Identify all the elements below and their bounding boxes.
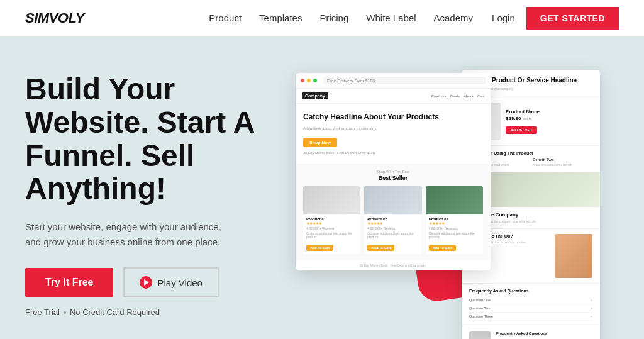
hero-note: Free Trial No Credit Card Required (25, 308, 296, 317)
hero-content-left: Build Your Website. Start A Funnel. Sell… (25, 67, 296, 317)
mockup2-product-details: Product Name $29.90 each Add To Cart (506, 109, 592, 134)
product-stars-1: ★★★★★ (306, 221, 357, 225)
dot-green (313, 79, 317, 82)
mockup2-product-price: $29.90 each (506, 116, 592, 121)
free-trial-label: Free Trial (25, 308, 60, 317)
price-value: $29.90 (506, 116, 521, 121)
nav-item-product[interactable]: Product (209, 13, 242, 23)
url-text: Free Delivery Over $100 (327, 79, 375, 83)
product-desc-3: 4.82 (200+ Reviews) (429, 226, 480, 230)
faq-q-2: Question Two (469, 306, 491, 310)
mockup-nav-deals: Deals (450, 94, 460, 98)
mockup-product-1: Product #1 ★★★★★ 4.82 (200+ Reviews) Opt… (303, 186, 360, 254)
mockup-nav-links: Products Deals About Cart (431, 94, 484, 98)
navbar: SIMVOLY Product Templates Pricing White … (0, 0, 644, 36)
mockup-footer: 30 Day Money Back · Free Delivery Guaran… (296, 260, 491, 270)
mockup-guarantee-text: 30 Day Money Back · Free Delivery Over $… (303, 151, 483, 155)
mockup2-faq-item-3: Question Three + (469, 313, 592, 321)
bottle-faq-title: Frequently Asked Questions (496, 331, 592, 335)
mockup2-add-btn: Add To Cart (506, 126, 537, 134)
product-btn-2: Add To Cart (367, 245, 394, 251)
price-label: each (523, 117, 531, 121)
logo-italic: V (49, 10, 58, 26)
product-image-3 (426, 186, 483, 214)
product-additional-3: Optional additional text about the produ… (429, 231, 480, 239)
product-btn-3: Add To Cart (429, 245, 456, 251)
mockup-hero-sub: A few lines about your products or compa… (303, 126, 483, 130)
benefit-text-2: A few lines about this benefit (533, 163, 592, 167)
nav-item-academy[interactable]: Academy (434, 13, 474, 23)
dot-red (301, 79, 304, 82)
nav-item-templates[interactable]: Templates (259, 13, 302, 23)
faq-chevron-3: + (591, 314, 592, 318)
mockup-products-grid: Product #1 ★★★★★ 4.82 (200+ Reviews) Opt… (303, 186, 483, 254)
hero-headline: Build Your Website. Start A Funnel. Sell… (25, 73, 296, 206)
product-additional-1: Optional additional text about the produ… (306, 231, 357, 239)
mockup-url-bar: Free Delivery Over $100 (323, 77, 486, 84)
mockup2-benefit-2: Benefit Two A few lines about this benef… (533, 158, 592, 167)
mockup2-person-image (555, 234, 592, 278)
hero-buttons: Try It Free Play Video (25, 267, 296, 297)
play-icon (140, 276, 152, 289)
mockup-hero-title: Catchy Headline About Your Products (303, 113, 483, 123)
mockup-nav-about: About (464, 94, 474, 98)
mockup-shop-btn: Shop Now (303, 138, 337, 147)
mockup-product-3: Product #3 ★★★★★ 4.82 (200+ Reviews) Opt… (426, 186, 483, 254)
mockup2-faq-title: Frequently Asked Questions (469, 289, 592, 293)
hero-section: Build Your Website. Start A Funnel. Sell… (0, 36, 644, 339)
mockup2-faq-item-2: Question Two + (469, 304, 592, 313)
product-additional-2: Optional additional text about the produ… (367, 231, 418, 239)
no-credit-card-label: No Credit Card Required (70, 308, 160, 317)
mockup-hero-section: Catchy Headline About Your Products A fe… (296, 104, 491, 164)
product-info-2: Product #2 ★★★★★ 4.82 (200+ Reviews) Opt… (364, 214, 421, 254)
hero-visuals: Free Delivery Over $100 Company Products… (283, 67, 619, 339)
nav-item-pricing[interactable]: Pricing (319, 13, 348, 23)
mockup2-faq-item-1: Question One + (469, 296, 592, 304)
get-started-button[interactable]: GET STARTED (526, 7, 619, 30)
product-btn-1: Add To Cart (306, 245, 333, 251)
nav-item-white-label[interactable]: White Label (366, 13, 416, 23)
product-stars-2: ★★★★★ (367, 221, 418, 225)
mockup-nav: Company Products Deals About Cart (296, 89, 491, 104)
faq-chevron-1: + (591, 298, 592, 302)
try-it-free-button[interactable]: Try It Free (25, 268, 113, 297)
faq-chevron-2: + (591, 306, 592, 310)
play-triangle-icon (144, 279, 149, 286)
mockup-logo: Company (302, 92, 328, 99)
mockup2-bottle-image (469, 331, 491, 339)
mockup-products-section: Shop With The Best Best Seller Product #… (296, 164, 491, 260)
faq-q-3: Question Three (469, 314, 493, 318)
faq-q-1: Question One (469, 298, 491, 302)
mockup2-faq: Frequently Asked Questions Question One … (462, 284, 600, 326)
mockup-section-title: Best Seller (303, 175, 483, 181)
mockup2-product-name: Product Name (506, 109, 592, 114)
play-video-label: Play Video (157, 277, 202, 288)
website-mockup-main: Free Delivery Over $100 Company Products… (296, 73, 491, 270)
mockup-pretitle: Shop With The Best (303, 170, 483, 174)
product-stars-3: ★★★★★ (429, 221, 480, 225)
mockup-nav-products: Products (431, 94, 447, 98)
logo-text-part2: OLY (58, 10, 84, 26)
mockup-topbar: Free Delivery Over $100 (296, 73, 491, 89)
mockup-nav-cart: Cart (477, 94, 484, 98)
play-video-button[interactable]: Play Video (123, 267, 218, 297)
product-image-1 (303, 186, 360, 214)
mockup-product-2: Product #2 ★★★★★ 4.82 (200+ Reviews) Opt… (364, 186, 421, 254)
product-info-3: Product #3 ★★★★★ 4.82 (200+ Reviews) Opt… (426, 214, 483, 254)
hero-subtext: Start your website, engage with your aud… (25, 220, 226, 250)
benefit-title-2: Benefit Two (533, 158, 592, 162)
brand-logo[interactable]: SIMVOLY (25, 10, 84, 26)
product-desc-2: 4.82 (200+ Reviews) (367, 226, 418, 230)
login-link[interactable]: Login (492, 13, 515, 23)
separator-dot (64, 311, 66, 314)
logo-text-part1: SIM (25, 10, 49, 26)
mockup2-bottle-section: Frequently Asked Questions Question One … (462, 326, 600, 339)
product-desc-1: 4.82 (200+ Reviews) (306, 226, 357, 230)
dot-yellow (307, 79, 311, 82)
product-image-2 (364, 186, 421, 214)
mockup2-bottle-faq: Frequently Asked Questions Question One … (496, 331, 592, 339)
nav-links: Product Templates Pricing White Label Ac… (209, 13, 473, 23)
product-info-1: Product #1 ★★★★★ 4.82 (200+ Reviews) Opt… (303, 214, 360, 254)
